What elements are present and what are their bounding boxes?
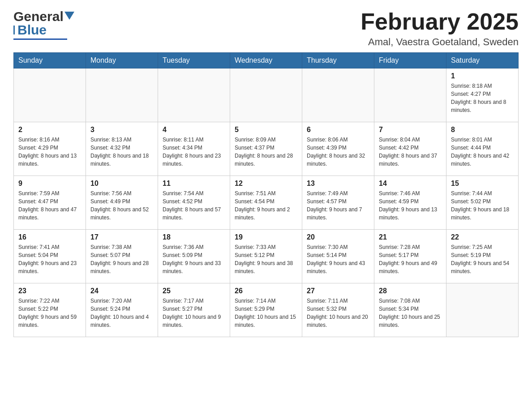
- page-header: General Blue February 2025 Amal, Vaestra…: [13, 9, 519, 48]
- day-number: 18: [163, 233, 225, 241]
- day-number: 3: [90, 126, 153, 134]
- logo-general-text: General: [13, 9, 64, 24]
- calendar-cell: 24Sunrise: 7:20 AM Sunset: 5:24 PM Dayli…: [86, 283, 158, 337]
- day-info: Sunrise: 8:18 AM Sunset: 4:27 PM Dayligh…: [451, 82, 514, 114]
- weekday-header-tuesday: Tuesday: [158, 53, 230, 68]
- day-info: Sunrise: 7:08 AM Sunset: 5:34 PM Dayligh…: [379, 297, 442, 329]
- day-info: Sunrise: 7:25 AM Sunset: 5:19 PM Dayligh…: [451, 243, 514, 275]
- day-number: 7: [379, 126, 442, 134]
- calendar-cell: 26Sunrise: 7:14 AM Sunset: 5:29 PM Dayli…: [230, 283, 302, 337]
- day-info: Sunrise: 7:54 AM Sunset: 4:52 PM Dayligh…: [163, 189, 225, 222]
- calendar-cell: [302, 68, 374, 122]
- calendar-cell: 23Sunrise: 7:22 AM Sunset: 5:22 PM Dayli…: [14, 283, 86, 337]
- day-info: Sunrise: 7:41 AM Sunset: 5:04 PM Dayligh…: [18, 243, 81, 275]
- weekday-header-friday: Friday: [374, 53, 446, 68]
- calendar-cell: [230, 68, 302, 122]
- day-number: 25: [163, 287, 225, 295]
- day-info: Sunrise: 7:28 AM Sunset: 5:17 PM Dayligh…: [379, 243, 442, 275]
- calendar-title: February 2025: [360, 9, 519, 34]
- day-info: Sunrise: 7:36 AM Sunset: 5:09 PM Dayligh…: [163, 243, 225, 275]
- day-number: 23: [18, 287, 81, 295]
- day-number: 9: [18, 180, 81, 188]
- calendar-cell: 18Sunrise: 7:36 AM Sunset: 5:09 PM Dayli…: [158, 230, 230, 283]
- logo-underline: [13, 39, 67, 40]
- calendar-cell: 22Sunrise: 7:25 AM Sunset: 5:19 PM Dayli…: [446, 230, 519, 283]
- day-number: 5: [235, 126, 297, 134]
- day-info: Sunrise: 7:59 AM Sunset: 4:47 PM Dayligh…: [18, 189, 81, 222]
- weekday-header-row: SundayMondayTuesdayWednesdayThursdayFrid…: [14, 53, 519, 68]
- day-number: 24: [90, 287, 153, 295]
- day-number: 21: [379, 233, 442, 241]
- calendar-location: Amal, Vaestra Goetaland, Sweden: [360, 36, 519, 48]
- calendar-week-row: 1Sunrise: 8:18 AM Sunset: 4:27 PM Daylig…: [14, 68, 519, 122]
- day-number: 8: [451, 126, 514, 134]
- calendar-cell: 17Sunrise: 7:38 AM Sunset: 5:07 PM Dayli…: [86, 230, 158, 283]
- calendar-cell: 25Sunrise: 7:17 AM Sunset: 5:27 PM Dayli…: [158, 283, 230, 337]
- day-number: 20: [307, 233, 369, 241]
- day-info: Sunrise: 7:30 AM Sunset: 5:14 PM Dayligh…: [307, 243, 369, 275]
- day-info: Sunrise: 7:44 AM Sunset: 5:02 PM Dayligh…: [451, 189, 514, 222]
- calendar-cell: 13Sunrise: 7:49 AM Sunset: 4:57 PM Dayli…: [302, 176, 374, 230]
- calendar-cell: 7Sunrise: 8:04 AM Sunset: 4:42 PM Daylig…: [374, 122, 446, 176]
- day-info: Sunrise: 7:51 AM Sunset: 4:54 PM Dayligh…: [235, 189, 297, 222]
- day-info: Sunrise: 8:09 AM Sunset: 4:37 PM Dayligh…: [235, 136, 297, 168]
- day-number: 28: [379, 287, 442, 295]
- calendar-week-row: 2Sunrise: 8:16 AM Sunset: 4:29 PM Daylig…: [14, 122, 519, 176]
- calendar-cell: 14Sunrise: 7:46 AM Sunset: 4:59 PM Dayli…: [374, 176, 446, 230]
- calendar-cell: 15Sunrise: 7:44 AM Sunset: 5:02 PM Dayli…: [446, 176, 519, 230]
- day-number: 4: [163, 126, 225, 134]
- day-info: Sunrise: 7:20 AM Sunset: 5:24 PM Dayligh…: [90, 297, 153, 329]
- day-number: 2: [18, 126, 81, 134]
- logo-triangle-icon: [64, 12, 74, 20]
- calendar-cell: 10Sunrise: 7:56 AM Sunset: 4:49 PM Dayli…: [86, 176, 158, 230]
- title-section: February 2025 Amal, Vaestra Goetaland, S…: [360, 9, 519, 48]
- day-number: 27: [307, 287, 369, 295]
- day-number: 22: [451, 233, 514, 241]
- day-info: Sunrise: 7:33 AM Sunset: 5:12 PM Dayligh…: [235, 243, 297, 275]
- calendar-cell: [14, 68, 86, 122]
- day-info: Sunrise: 8:06 AM Sunset: 4:39 PM Dayligh…: [307, 136, 369, 168]
- calendar-cell: 1Sunrise: 8:18 AM Sunset: 4:27 PM Daylig…: [446, 68, 519, 122]
- calendar-cell: 20Sunrise: 7:30 AM Sunset: 5:14 PM Dayli…: [302, 230, 374, 283]
- calendar-week-row: 23Sunrise: 7:22 AM Sunset: 5:22 PM Dayli…: [14, 283, 519, 337]
- calendar-cell: [158, 68, 230, 122]
- calendar-cell: [374, 68, 446, 122]
- day-number: 26: [235, 287, 297, 295]
- day-info: Sunrise: 7:17 AM Sunset: 5:27 PM Dayligh…: [163, 297, 225, 329]
- calendar-cell: 27Sunrise: 7:11 AM Sunset: 5:32 PM Dayli…: [302, 283, 374, 337]
- day-number: 12: [235, 180, 297, 188]
- day-info: Sunrise: 7:49 AM Sunset: 4:57 PM Dayligh…: [307, 189, 369, 222]
- calendar-week-row: 16Sunrise: 7:41 AM Sunset: 5:04 PM Dayli…: [14, 230, 519, 283]
- calendar-cell: 3Sunrise: 8:13 AM Sunset: 4:32 PM Daylig…: [86, 122, 158, 176]
- weekday-header-thursday: Thursday: [302, 53, 374, 68]
- day-info: Sunrise: 7:14 AM Sunset: 5:29 PM Dayligh…: [235, 297, 297, 329]
- weekday-header-sunday: Sunday: [14, 53, 86, 68]
- calendar-cell: 16Sunrise: 7:41 AM Sunset: 5:04 PM Dayli…: [14, 230, 86, 283]
- day-info: Sunrise: 7:56 AM Sunset: 4:49 PM Dayligh…: [90, 189, 153, 222]
- svg-marker-0: [64, 12, 74, 20]
- day-number: 15: [451, 180, 514, 188]
- day-info: Sunrise: 7:38 AM Sunset: 5:07 PM Dayligh…: [90, 243, 153, 275]
- weekday-header-saturday: Saturday: [446, 53, 519, 68]
- logo: General Blue: [13, 9, 74, 40]
- day-info: Sunrise: 7:46 AM Sunset: 4:59 PM Dayligh…: [379, 189, 442, 222]
- calendar-cell: 19Sunrise: 7:33 AM Sunset: 5:12 PM Dayli…: [230, 230, 302, 283]
- calendar-cell: 12Sunrise: 7:51 AM Sunset: 4:54 PM Dayli…: [230, 176, 302, 230]
- day-number: 11: [163, 180, 225, 188]
- calendar-cell: 28Sunrise: 7:08 AM Sunset: 5:34 PM Dayli…: [374, 283, 446, 337]
- day-info: Sunrise: 8:13 AM Sunset: 4:32 PM Dayligh…: [90, 136, 153, 168]
- calendar-cell: 11Sunrise: 7:54 AM Sunset: 4:52 PM Dayli…: [158, 176, 230, 230]
- day-number: 14: [379, 180, 442, 188]
- day-info: Sunrise: 8:04 AM Sunset: 4:42 PM Dayligh…: [379, 136, 442, 168]
- calendar-cell: 21Sunrise: 7:28 AM Sunset: 5:17 PM Dayli…: [374, 230, 446, 283]
- calendar-table: SundayMondayTuesdayWednesdayThursdayFrid…: [13, 52, 519, 337]
- day-number: 19: [235, 233, 297, 241]
- calendar-cell: 4Sunrise: 8:11 AM Sunset: 4:34 PM Daylig…: [158, 122, 230, 176]
- day-number: 17: [90, 233, 153, 241]
- weekday-header-wednesday: Wednesday: [230, 53, 302, 68]
- day-number: 10: [90, 180, 153, 188]
- day-number: 16: [18, 233, 81, 241]
- logo-blue-text: Blue: [17, 22, 47, 38]
- day-number: 1: [451, 72, 514, 80]
- day-info: Sunrise: 8:16 AM Sunset: 4:29 PM Dayligh…: [18, 136, 81, 168]
